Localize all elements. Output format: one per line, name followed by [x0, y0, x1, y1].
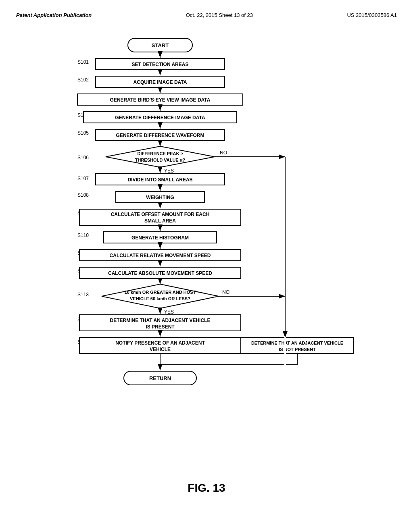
- s106-yes-label: YES: [164, 168, 174, 174]
- s113-label: S113: [77, 292, 89, 297]
- s101-label: S101: [77, 59, 89, 65]
- s101-text: SET DETECTION AREAS: [132, 62, 189, 67]
- header-center: Oct. 22, 2015 Sheet 13 of 23: [186, 12, 253, 18]
- s115-text1: NOTIFY PRESENCE OF AN ADJACENT: [115, 340, 205, 346]
- header-left: Patent Application Publication: [16, 12, 92, 18]
- svg-rect-43: [284, 337, 286, 390]
- s113-no-label: NO: [222, 289, 229, 295]
- s112-text: CALCULATE ABSOLUTE MOVEMENT SPEED: [108, 270, 212, 276]
- flowchart-svg: START S101 SET DETECTION AREAS S102 ACQU…: [35, 34, 378, 470]
- s108-text: WEIGHTING: [146, 195, 174, 200]
- return-label: RETURN: [149, 375, 171, 381]
- s113-text2: VEHICLE 60 km/h OR LESS?: [130, 296, 190, 301]
- s115-text2: VEHICLE: [150, 347, 171, 352]
- s110-label: S110: [77, 233, 89, 238]
- flowchart-container: START S101 SET DETECTION AREAS S102 ACQU…: [35, 34, 378, 470]
- s110-text: GENERATE HISTOGRAM: [131, 235, 189, 241]
- s109-text2: SMALL AREA: [144, 218, 176, 224]
- s106-no-label: NO: [220, 150, 227, 156]
- s105-text: GENERATE DIFFERENCE WAVEFORM: [116, 133, 204, 138]
- s102-text: ACQUIRE IMAGE DATA: [133, 79, 187, 85]
- s106-label: S106: [77, 155, 89, 160]
- s103-text: GENERATE BIRD'S-EYE VIEW IMAGE DATA: [110, 97, 211, 103]
- s106-text1: DIFFERENCE PEAK ≥: [138, 151, 183, 156]
- fig-label: FIG. 13: [16, 482, 397, 495]
- s106-text2: THRESHOLD VALUE α?: [135, 158, 186, 162]
- s113-yes-label: YES: [164, 309, 174, 315]
- s114-text2: IS PRESENT: [146, 324, 175, 330]
- s107-label: S107: [77, 176, 89, 181]
- s105-label: S105: [77, 130, 89, 136]
- s102-label: S102: [77, 77, 89, 83]
- start-label: START: [152, 42, 169, 48]
- s116-text1: DETERMINE THAT AN ADJACENT VEHICLE: [251, 341, 343, 345]
- s109-text1: CALCULATE OFFSET AMOUNT FOR EACH: [111, 212, 210, 217]
- s113-text1: 10 km/h OR GREATER AND HOST: [125, 290, 196, 295]
- s116-text2: IS NOT PRESENT: [279, 347, 316, 352]
- header: Patent Application Publication Oct. 22, …: [16, 12, 397, 18]
- header-right: US 2015/0302586 A1: [347, 12, 397, 18]
- page: Patent Application Publication Oct. 22, …: [0, 0, 413, 532]
- s108-label: S108: [77, 192, 89, 198]
- s104-text: GENERATE DIFFERENCE IMAGE DATA: [115, 115, 205, 121]
- s114-text1: DETERMINE THAT AN ADJACENT VEHICLE: [110, 318, 211, 323]
- s107-text: DIVIDE INTO SMALL AREAS: [127, 177, 192, 183]
- s111-text: CALCULATE RELATIVE MOVEMENT SPEED: [110, 253, 211, 258]
